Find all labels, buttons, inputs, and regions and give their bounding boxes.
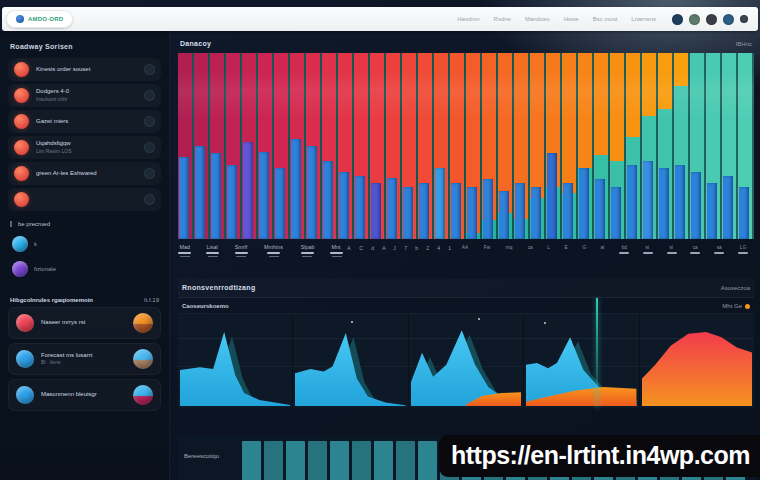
account-avatar-dot[interactable] — [672, 14, 683, 25]
bar-column — [434, 53, 450, 239]
top-menu-item[interactable]: Lnarrwns — [631, 16, 656, 22]
sidebar-item-chip-icon[interactable] — [144, 64, 155, 75]
sidebar-item-chip-icon[interactable] — [144, 194, 155, 205]
bar-warm-segment — [594, 53, 608, 155]
cursor-line — [596, 298, 598, 408]
bar-blue-segment — [627, 165, 638, 239]
bar-warm-segment — [610, 53, 624, 161]
bar-warm-segment — [658, 53, 672, 109]
sparkline-panel — [408, 314, 523, 408]
axis-label: Smrlf — [235, 244, 248, 249]
account-dots — [672, 14, 748, 25]
bar-blue-segment — [675, 165, 686, 239]
marker-dot — [478, 318, 480, 320]
sidebar-item-chip-icon[interactable] — [144, 168, 155, 179]
sidebar-item-chip-icon[interactable] — [144, 142, 155, 153]
bottom-bar — [396, 441, 415, 480]
bar-blue-segment — [275, 168, 286, 239]
bar-blue-segment — [723, 176, 734, 239]
top-menu-item[interactable]: Mandceo — [525, 16, 550, 22]
top-menu-item[interactable]: Rsdne — [494, 16, 511, 22]
bar-blue-segment — [595, 179, 606, 239]
sidebar-item-chip-icon[interactable] — [144, 116, 155, 127]
axis-label: ca — [693, 245, 698, 250]
bar-blue-segment — [403, 187, 414, 239]
brand-pill[interactable]: AMDO·ORD — [6, 10, 73, 28]
axis-label: AA — [462, 245, 468, 250]
bar-column — [674, 53, 690, 239]
bar-blue-segment — [611, 187, 622, 239]
top-menu-item[interactable]: Hswe — [564, 16, 579, 22]
sidebar-section-title: Hibgcolnrules rgaqiomemoin — [10, 297, 93, 303]
sidebar-mini-item[interactable]: k — [12, 236, 157, 252]
axis-label: 2 — [426, 245, 429, 250]
axis-label-pair: al — [600, 244, 605, 254]
sidebar-item[interactable]: Gazet miers — [8, 110, 161, 133]
top-menu-item[interactable]: Hasdnm — [457, 16, 479, 22]
bar-column — [722, 53, 738, 239]
sidebar-item-label: Uqahdsfqjqw — [36, 140, 137, 148]
sidebar-item[interactable]: Dodgers 4-0Insulvont vithr — [8, 84, 161, 107]
bar-blue-segment — [467, 187, 478, 239]
bar-warm-segment — [578, 53, 592, 168]
bar-blue-segment — [691, 172, 702, 239]
bar-blue-segment — [307, 146, 318, 239]
bar-blue-segment — [355, 176, 366, 239]
sidebar-card[interactable]: Naseer mrrys rst — [8, 307, 161, 339]
bar-column — [482, 53, 498, 239]
account-avatar-dot[interactable] — [706, 14, 717, 25]
sidebar-card[interactable]: Forecast ms lusarrtBl · ilens — [8, 343, 161, 375]
bottom-bar — [418, 441, 437, 480]
sidebar-item-texts: Kinesis order souset — [36, 66, 137, 74]
sidebar-mini-item[interactable]: fizionale — [12, 261, 157, 277]
bar-blue-segment — [291, 139, 302, 239]
chart1-title: Danacoy — [180, 40, 211, 47]
axis-underline — [301, 252, 314, 254]
bottom-bar — [308, 441, 327, 480]
bar-blue-segment — [243, 142, 254, 239]
bar-blue-segment — [515, 183, 526, 239]
account-avatar-dot[interactable] — [723, 14, 734, 25]
sidebar-item[interactable]: Kinesis order souset — [8, 58, 161, 81]
chart1-meta: IBHnc — [736, 41, 752, 47]
axis-label-group: Lisal — [206, 244, 219, 257]
axis-label: C — [359, 245, 363, 250]
sidebar-item[interactable]: UqahdsfqjqwLim Rasim LOS — [8, 136, 161, 159]
sidebar-card-sub: Bl · ilens — [41, 360, 113, 366]
axis-underline — [619, 252, 629, 254]
axis-label: L — [547, 245, 550, 250]
bar-column — [194, 53, 210, 239]
bar-column — [578, 53, 594, 239]
planet-orb-icon — [133, 349, 153, 369]
top-menu-item[interactable]: Bsc most — [593, 16, 618, 22]
top-menu: HasdnmRsdneMandceoHsweBsc mostLnarrwns — [457, 16, 656, 22]
axis-label-pair: AA — [461, 244, 469, 254]
sidebar-title: Roadway Sorisen — [0, 35, 169, 55]
sidebar-card-list: Naseer mrrys rstForecast ms lusarrtBl · … — [0, 307, 169, 411]
bar-column — [546, 53, 562, 239]
sidebar-item-sub: Insulvont vithr — [36, 96, 122, 102]
bar-blue-segment — [227, 165, 238, 239]
axis-label: sl — [670, 245, 673, 250]
sidebar-item[interactable]: green Ar-les Eshwared — [8, 162, 161, 185]
sidebar-item[interactable] — [8, 188, 161, 211]
sidebar-card[interactable]: Masonmenn bleuisgr — [8, 379, 161, 411]
bottom-bar — [264, 441, 283, 480]
sidebar-mini-list: kfizionale — [0, 236, 169, 277]
bar-blue-segment — [707, 183, 718, 239]
axis-label: Lisal — [207, 244, 218, 249]
sparkline-panel — [178, 314, 292, 408]
sidebar-card-label: Masonmenn bleuisgr — [41, 391, 126, 399]
axis-underline — [714, 252, 724, 254]
sidebar-item-chip-icon[interactable] — [144, 90, 155, 101]
bar-column — [226, 53, 242, 239]
gradient-bar-chart — [178, 53, 754, 239]
account-avatar-dot[interactable] — [689, 14, 700, 25]
axis-label: sa — [717, 245, 722, 250]
account-avatar-dot[interactable] — [740, 15, 748, 23]
axis-underline2 — [180, 256, 190, 257]
x-axis-singles: ACdAJ7b241 — [343, 244, 455, 251]
blob-icon — [16, 386, 34, 404]
axis-label: 1 — [448, 245, 451, 250]
bar-column — [642, 53, 658, 239]
